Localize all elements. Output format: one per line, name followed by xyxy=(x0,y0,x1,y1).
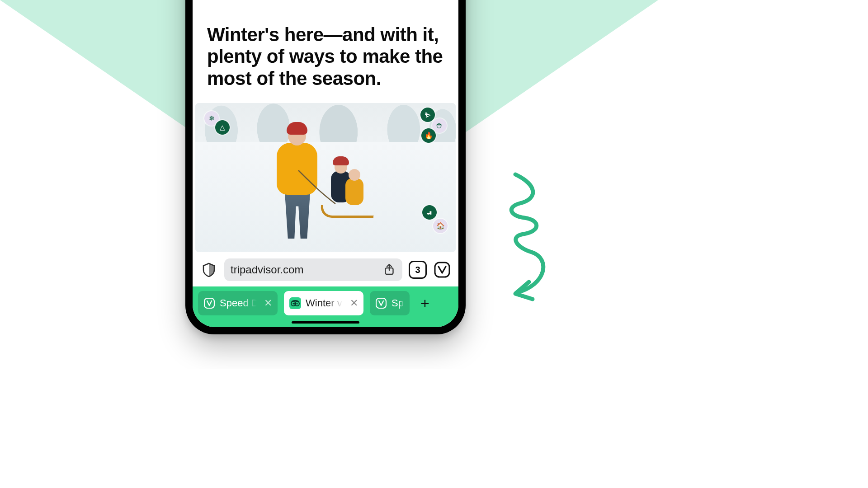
helmet-icon: ⛑ xyxy=(432,118,447,133)
vivaldi-icon xyxy=(375,297,387,309)
vivaldi-menu-button[interactable] xyxy=(433,261,451,279)
close-icon[interactable]: ✕ xyxy=(261,297,272,309)
cabin-icon: 🏠 xyxy=(433,219,448,233)
tracker-shield-button[interactable] xyxy=(200,261,218,279)
tripadvisor-icon xyxy=(289,297,301,309)
svg-rect-2 xyxy=(204,298,214,308)
address-bar[interactable]: tripadvisor.com xyxy=(224,258,402,281)
torch-icon: 🔥 xyxy=(421,128,436,143)
browser-toolbar: tripadvisor.com 3 xyxy=(193,252,458,286)
tab-label: Speed Dial xyxy=(392,297,404,309)
home-indicator xyxy=(292,321,359,324)
svg-rect-1 xyxy=(435,263,449,277)
tab-count-value: 3 xyxy=(415,265,420,275)
address-url: tripadvisor.com xyxy=(231,263,382,276)
hero-image: ❄△⛷⛑🔥⛸🏠 xyxy=(195,103,456,252)
share-button[interactable] xyxy=(382,264,396,276)
tab-speed-dial-2[interactable]: Speed Dial xyxy=(370,291,410,315)
new-tab-button[interactable]: + xyxy=(416,294,434,312)
skier-icon: ⛷ xyxy=(420,108,435,122)
skate-icon: ⛸ xyxy=(422,205,437,220)
tab-strip: Speed Dial ✕ Winter vacation xyxy=(193,286,458,327)
tab-label: Winter vacation xyxy=(306,297,343,309)
hero-person-adult xyxy=(272,121,322,241)
hero-sled xyxy=(317,166,376,239)
vivaldi-icon xyxy=(203,297,215,309)
tab-label: Speed Dial xyxy=(220,297,257,309)
svg-rect-7 xyxy=(376,298,386,308)
phone-frame: Winter's here—and with it, plenty of way… xyxy=(185,0,466,334)
mountain-icon: △ xyxy=(215,120,230,135)
svg-point-5 xyxy=(292,303,294,304)
phone-screen: Winter's here—and with it, plenty of way… xyxy=(193,0,458,327)
tab-winter-vacation[interactable]: Winter vacation ✕ xyxy=(284,291,363,315)
close-icon[interactable]: ✕ xyxy=(347,297,358,309)
tab-count-button[interactable]: 3 xyxy=(409,261,427,279)
tab-speed-dial-1[interactable]: Speed Dial ✕ xyxy=(198,291,278,315)
svg-point-6 xyxy=(296,303,297,304)
annotation-arrow-icon xyxy=(497,172,561,307)
page-headline: Winter's here—and with it, plenty of way… xyxy=(193,24,458,103)
